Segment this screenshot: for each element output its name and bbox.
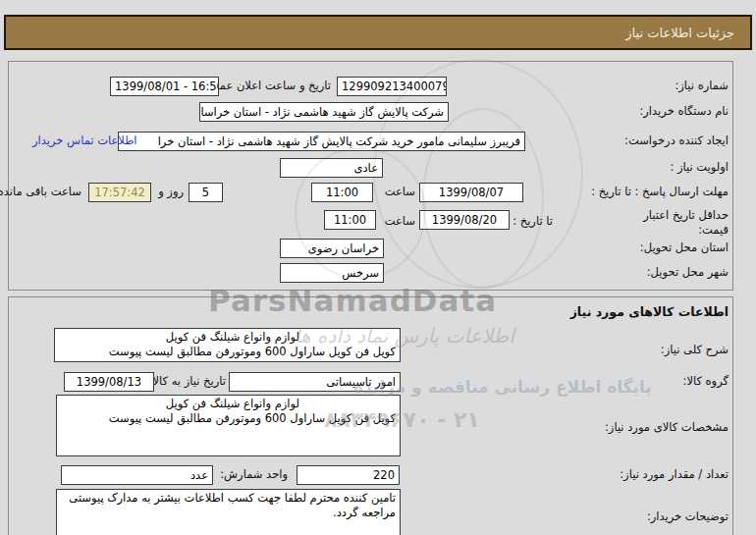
- overall-desc-textarea[interactable]: لوازم وانواع شیلنگ فن کویل کویل فن کویل …: [54, 328, 401, 362]
- countdown-timer: 17:57:42: [88, 183, 151, 202]
- hours-remaining-label: ساعت باقی مانده: [0, 185, 81, 198]
- deadline-hour-label: ساعت: [385, 185, 415, 198]
- priority-label: اولویت نیاز :: [670, 160, 729, 174]
- buyer-contact-link[interactable]: اطلاعات تماس خریدار: [32, 134, 137, 147]
- days-remaining-field: 5: [189, 183, 223, 202]
- delivery-province-label: استان محل تحویل:: [640, 241, 729, 254]
- price-validity-label-line2: قیمت:: [698, 223, 729, 237]
- specs-line1: لوازم وانواع شیلنگ فن کویل: [61, 397, 396, 411]
- buyer-org-field[interactable]: شرکت پالایش گاز شهید هاشمی نژاد - استان …: [199, 102, 449, 122]
- need-number-field[interactable]: 1299092134000799: [337, 77, 447, 96]
- specs-line2: کویل فن کویل ساراول 600 وموتورفن مطالبق …: [61, 411, 396, 426]
- delivery-city-field[interactable]: سرخس: [280, 263, 384, 283]
- need-details-page: جزئیات اطلاعات نیاز شماره نیاز: 12990921…: [0, 0, 756, 535]
- goods-group-label: گروه کالا:: [683, 374, 729, 388]
- need-date-field[interactable]: 1399/08/13: [64, 372, 154, 392]
- deadline-date-field[interactable]: 1399/08/07: [419, 183, 523, 202]
- buyer-org-label: نام دستگاه خریدار:: [639, 104, 729, 118]
- price-validity-label-line1: حداقل تاریخ اعتبار: [643, 208, 729, 222]
- priority-field[interactable]: عادی: [280, 158, 383, 178]
- buyer-notes-text: تامین کننده محترم لطفا جهت کسب اطلاعات ب…: [61, 491, 396, 520]
- overall-desc-label: شرح کلی نیاز:: [661, 343, 729, 356]
- unit-field[interactable]: عدد: [61, 465, 213, 485]
- page-header-bar: جزئیات اطلاعات نیاز: [4, 15, 752, 50]
- overall-desc-line2: کویل فن کویل ساراول 600 وموتورفن مطالبق …: [59, 345, 396, 359]
- delivery-city-label: شهر محل تحویل:: [647, 265, 729, 279]
- need-date-label: تاریخ نیاز به کالا:: [149, 374, 226, 388]
- overall-desc-line1: لوازم وانواع شیلنگ فن کویل: [59, 330, 396, 345]
- delivery-province-field[interactable]: خراسان رضوی: [280, 239, 384, 258]
- buyer-notes-textarea[interactable]: تامین کننده محترم لطفا جهت کسب اطلاعات ب…: [56, 489, 401, 535]
- validity-date-field[interactable]: 1399/08/20: [419, 210, 510, 230]
- unit-label: واحد شمارش:: [220, 467, 288, 481]
- need-number-label: شماره نیاز:: [675, 79, 729, 92]
- page-title: جزئیات اطلاعات نیاز: [625, 26, 734, 40]
- days-and-label: روز و: [158, 185, 184, 198]
- specs-textarea[interactable]: لوازم وانواع شیلنگ فن کویل کویل فن کویل …: [56, 395, 401, 456]
- announce-datetime-field[interactable]: 1399/08/01 - 16:56: [110, 77, 219, 96]
- goods-section-title: اطلاعات کالاهای مورد نیاز: [570, 304, 729, 319]
- requester-label: ایجاد کننده درخواست:: [624, 134, 729, 147]
- requester-field[interactable]: فریبرز سلیمانی مامور خرید شرکت پالایش گا…: [118, 132, 525, 151]
- quantity-label: تعداد / مقدار مورد نیاز:: [620, 467, 729, 481]
- goods-group-field[interactable]: امور تاسیساتی: [229, 372, 401, 392]
- validity-hour-label: ساعت: [385, 214, 415, 228]
- until-date-label: تا تاریخ :: [513, 214, 553, 228]
- deadline-label: مهلت ارسال پاسخ : تا تاریخ :: [591, 185, 729, 198]
- quantity-field[interactable]: 220: [297, 465, 400, 485]
- specs-label: مشخصات کالای مورد نیاز:: [605, 420, 729, 434]
- validity-time-field[interactable]: 11:00: [324, 210, 376, 230]
- buyer-notes-label: توضیحات خریدار:: [647, 509, 729, 523]
- deadline-time-field[interactable]: 11:00: [311, 183, 373, 202]
